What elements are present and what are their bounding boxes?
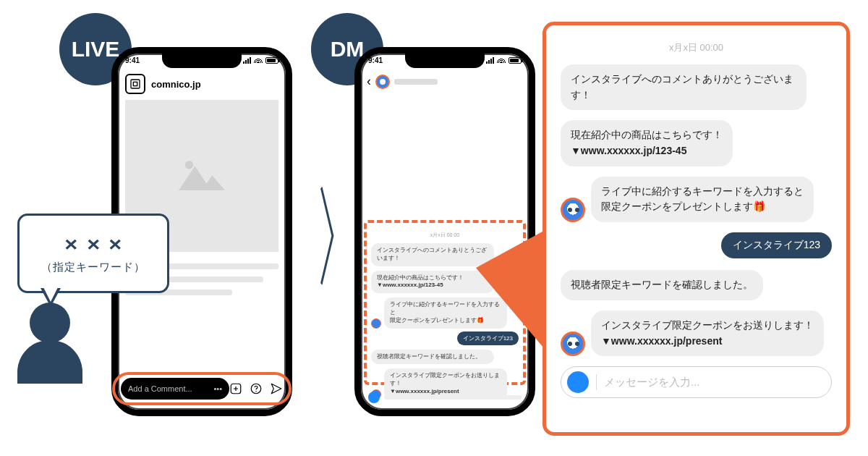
keyword-subtext: （指定キーワード） [41,261,145,274]
svg-marker-2 [179,166,225,190]
status-bar: 9:41 [125,56,278,64]
input-divider [596,374,597,390]
comment-placeholder: Add a Comment... [128,384,192,393]
svg-point-6 [255,391,257,392]
wifi-icon [497,56,506,64]
account-username[interactable]: comnico.jp [151,79,201,90]
bot-avatar-icon [371,318,381,329]
account-avatar[interactable] [125,74,145,94]
user-silhouette-icon [17,303,82,382]
wifi-icon [254,56,263,64]
battery-icon [265,57,278,64]
user-reply: インスタライブ123 [721,232,832,258]
svg-rect-1 [133,82,137,85]
svg-rect-0 [131,80,140,88]
help-icon[interactable] [250,382,263,395]
send-icon[interactable] [270,382,283,395]
back-chevron-icon[interactable]: ‹ [367,74,371,89]
keyword-x-3: × [109,233,122,256]
bot-message: ライブ中に紹介するキーワードを入力すると限定クーポンをプレゼントします🎁 [591,177,814,222]
speech-bubble-tail [41,288,61,307]
camera-button-icon[interactable] [567,371,589,393]
brand-logo-icon [129,78,141,90]
create-icon[interactable] [229,382,242,395]
status-bar: 9:41 [368,56,522,64]
keyword-x-1: × [65,233,78,256]
status-time: 9:41 [368,56,383,64]
zoom-input-placeholder: メッセージを入力... [604,376,700,389]
zoom-chat-panel: x月x日 00:00 インスタライブへのコメントありがとうございます！ 現在紹介… [542,22,850,436]
bot-message: 現在紹介中の商品はこちらです！▼www.xxxxxx.jp/123-45 [561,120,733,166]
zoom-message-input[interactable]: メッセージを入力... [561,366,832,398]
bot-avatar-icon [561,332,585,356]
dm-input-placeholder[interactable] [384,395,522,400]
comment-bar-highlight: Add a Comment... ••• [112,372,292,405]
comment-input[interactable]: Add a Comment... ••• [121,378,229,400]
bot-message: 視聴者限定キーワードを確認しました。 [561,270,763,300]
signal-icon [486,57,494,64]
image-placeholder-icon [173,154,231,198]
bot-avatar-icon[interactable] [375,75,390,89]
keyword-x-2: × [87,233,100,256]
zoom-timestamp: x月x日 00:00 [561,41,832,54]
camera-button-icon[interactable] [368,392,380,403]
dm-input-bar[interactable] [368,391,522,404]
bot-message: インスタライブ限定クーポンをお送りします！▼www.xxxxxx.jp/pres… [591,311,824,356]
chat-name-placeholder [394,79,438,85]
keyword-speech-bubble: × × × （指定キーワード） [17,214,169,293]
signal-icon [243,57,251,64]
battery-icon [509,57,522,64]
bot-message: インスタライブへのコメントありがとうございます！ [561,64,807,110]
svg-point-3 [185,161,193,169]
bot-avatar-icon [561,198,585,222]
status-time: 9:41 [125,56,140,64]
comment-more[interactable]: ••• [213,384,222,393]
